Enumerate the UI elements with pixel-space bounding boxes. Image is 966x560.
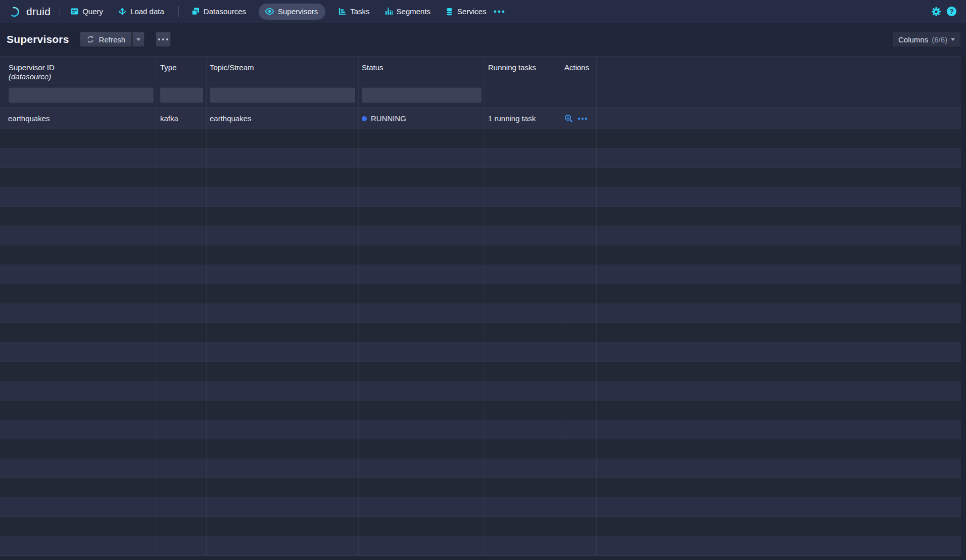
view-toolbar: Supervisors Refresh Columns (6/6) bbox=[0, 23, 966, 56]
status-label: RUNNING bbox=[371, 114, 406, 123]
empty-cell bbox=[561, 497, 597, 516]
empty-cell bbox=[485, 304, 561, 323]
empty-cell bbox=[561, 148, 597, 167]
empty-cell bbox=[561, 536, 597, 555]
nav-item-services[interactable]: Services bbox=[443, 4, 489, 20]
empty-cell bbox=[157, 129, 207, 148]
empty-cell bbox=[485, 265, 561, 284]
empty-cell bbox=[485, 245, 561, 264]
cell-filler bbox=[597, 108, 961, 129]
empty-cell bbox=[359, 129, 485, 148]
empty-cell bbox=[561, 304, 597, 323]
filter-input-supervisor-id[interactable] bbox=[9, 87, 154, 103]
empty-cell bbox=[359, 536, 485, 555]
empty-cell bbox=[207, 420, 359, 439]
table-row-empty bbox=[0, 187, 961, 207]
top-nav: druid Query Load data Datasources Supe bbox=[0, 0, 966, 23]
view-more-button[interactable] bbox=[156, 32, 171, 47]
refresh-interval-dropdown[interactable] bbox=[132, 32, 144, 47]
empty-cell bbox=[157, 362, 207, 381]
empty-cell bbox=[157, 517, 207, 536]
table-row-empty bbox=[0, 517, 961, 536]
nav-item-supervisors[interactable]: Supervisors bbox=[259, 4, 325, 20]
empty-cell bbox=[485, 459, 561, 478]
view-payload-icon[interactable] bbox=[564, 114, 573, 123]
empty-cell bbox=[157, 168, 207, 187]
column-header-type[interactable]: Type bbox=[157, 57, 207, 82]
cell-type: kafka bbox=[157, 108, 207, 129]
nav-item-datasources[interactable]: Datasources bbox=[189, 4, 248, 20]
more-icon bbox=[494, 10, 505, 13]
table-row-empty bbox=[0, 362, 961, 381]
row-more-actions-icon[interactable] bbox=[577, 117, 588, 120]
empty-cell bbox=[597, 420, 961, 439]
column-header-status[interactable]: Status bbox=[359, 57, 485, 82]
empty-cell bbox=[359, 323, 485, 342]
empty-cell bbox=[561, 362, 597, 381]
empty-cell bbox=[561, 207, 597, 226]
empty-cell bbox=[207, 207, 359, 226]
nav-item-query[interactable]: Query bbox=[68, 4, 105, 20]
cell-topic-stream: earthquakes bbox=[207, 108, 359, 129]
segments-icon bbox=[384, 7, 393, 16]
empty-cell bbox=[597, 304, 961, 323]
nav-more-button[interactable] bbox=[494, 10, 505, 13]
table-row-earthquakes[interactable]: earthquakes kafka earthquakes RUNNING 1 … bbox=[0, 108, 961, 129]
empty-rows-region bbox=[0, 129, 961, 556]
columns-dropdown[interactable]: Columns (6/6) bbox=[892, 32, 961, 47]
empty-cell bbox=[359, 362, 485, 381]
empty-cell bbox=[207, 459, 359, 478]
column-header-running-tasks[interactable]: Running tasks bbox=[485, 57, 561, 82]
empty-cell bbox=[597, 284, 961, 303]
filter-input-topic-stream[interactable] bbox=[210, 87, 355, 103]
refresh-button[interactable]: Refresh bbox=[80, 32, 132, 47]
column-header-supervisor-id[interactable]: Supervisor ID (datasource) bbox=[0, 57, 157, 82]
empty-cell bbox=[0, 478, 157, 497]
empty-cell bbox=[207, 362, 359, 381]
more-icon bbox=[158, 38, 168, 40]
empty-cell bbox=[0, 265, 157, 284]
services-icon bbox=[445, 7, 454, 16]
help-button[interactable]: ? bbox=[947, 7, 956, 16]
settings-button[interactable] bbox=[931, 7, 941, 17]
empty-cell bbox=[561, 420, 597, 439]
empty-cell bbox=[207, 497, 359, 516]
empty-cell bbox=[359, 226, 485, 245]
chevron-down-icon bbox=[951, 38, 955, 41]
table-row-empty bbox=[0, 381, 961, 400]
empty-cell bbox=[359, 420, 485, 439]
empty-cell bbox=[157, 497, 207, 516]
table-row-empty bbox=[0, 478, 961, 497]
table-row-empty bbox=[0, 420, 961, 439]
column-header-topic-stream[interactable]: Topic/Stream bbox=[207, 57, 359, 82]
nav-item-tasks[interactable]: Tasks bbox=[336, 4, 371, 20]
empty-cell bbox=[207, 304, 359, 323]
empty-cell bbox=[207, 187, 359, 206]
tasks-icon bbox=[338, 7, 347, 16]
empty-cell bbox=[561, 168, 597, 187]
empty-cell bbox=[561, 226, 597, 245]
table-header-row: Supervisor ID (datasource) Type Topic/St… bbox=[0, 56, 961, 82]
refresh-icon bbox=[86, 35, 94, 43]
nav-item-label: Segments bbox=[397, 7, 431, 16]
empty-cell bbox=[207, 323, 359, 342]
druid-logo[interactable]: druid bbox=[7, 4, 51, 19]
empty-cell bbox=[597, 478, 961, 497]
column-header-actions[interactable]: Actions bbox=[561, 57, 597, 82]
table-row-empty bbox=[0, 536, 961, 555]
column-header-sublabel: (datasource) bbox=[9, 72, 154, 81]
nav-item-segments[interactable]: Segments bbox=[382, 4, 433, 20]
table-row-empty bbox=[0, 304, 961, 323]
filter-input-status[interactable] bbox=[362, 87, 481, 103]
empty-cell bbox=[207, 265, 359, 284]
nav-item-load-data[interactable]: Load data bbox=[116, 4, 166, 20]
empty-cell bbox=[0, 226, 157, 245]
table-row-empty bbox=[0, 342, 961, 362]
empty-cell bbox=[485, 536, 561, 555]
chevron-down-icon bbox=[136, 38, 140, 41]
nav-item-label: Services bbox=[457, 7, 487, 16]
columns-label: Columns bbox=[898, 35, 928, 44]
empty-cell bbox=[597, 265, 961, 284]
filter-input-type[interactable] bbox=[160, 87, 203, 103]
empty-cell bbox=[0, 400, 157, 419]
